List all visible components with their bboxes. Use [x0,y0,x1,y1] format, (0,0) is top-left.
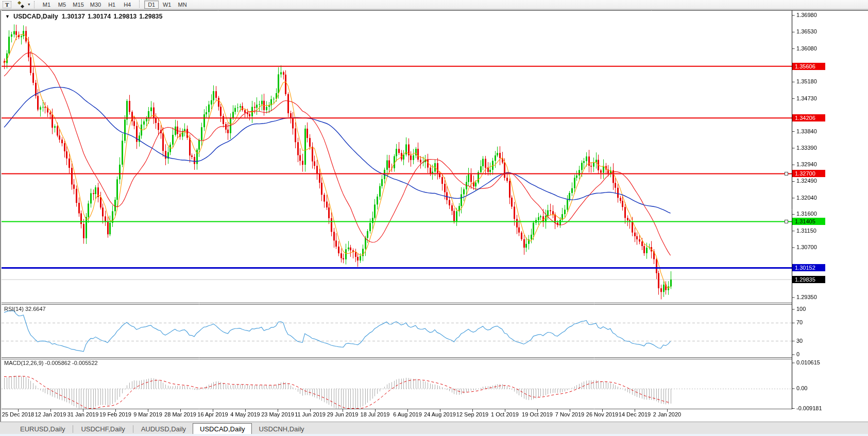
date-axis-label: 2 Jan 2020 [653,411,681,417]
status-strip [0,434,868,436]
date-axis-label: 23 May 2019 [261,411,294,417]
price-chart-canvas[interactable] [0,0,868,436]
timeframe-button-m15[interactable]: M15 [70,1,86,9]
price-tick-label: 1.36980 [796,12,817,18]
date-axis-label: 12 Jan 2019 [35,411,66,417]
date-axis-label: 12 Sep 2019 [456,411,488,417]
date-axis-label: 24 Aug 2019 [424,411,456,417]
date-axis-label: 19 Oct 2019 [522,411,553,417]
price-tick-label: 1.34730 [796,95,817,101]
current-price-tag: 1.29835 [792,276,825,283]
timeframe-button-h4[interactable]: H4 [120,1,134,9]
arrange-charts-button[interactable] [16,1,26,8]
rsi-tick-label: 100 [796,306,806,312]
macd-panel-label: MACD(12,26,9) -0.005862 -0.005522 [4,360,98,366]
date-axis-label: 26 Nov 2019 [586,411,618,417]
macd-tick-label: 0.00 [796,385,807,391]
rsi-tick-label: 0 [796,351,799,357]
date-axis-label: 16 Apr 2019 [197,411,228,417]
hline-price-tag: 1.34206 [792,114,825,121]
price-tick-label: 1.29350 [796,294,817,300]
date-axis-label: 29 Jun 2019 [327,411,359,417]
macd-tick-label: -0.009181 [796,405,822,411]
text-tool-button[interactable]: T [3,1,11,8]
timeframe-button-m1[interactable]: M1 [39,1,54,9]
timeframe-button-h1[interactable]: H1 [105,1,119,9]
timeframe-button-group: M1M5M15M30H1H4D1W1MN [39,1,190,9]
price-tick-label: 1.31150 [796,228,816,234]
toolbar: T ▾ M1M5M15M30H1H4D1W1MN [0,0,868,9]
date-axis-label: 7 Nov 2019 [555,411,584,417]
price-tick-label: 1.35180 [796,78,817,84]
hline-price-tag: 1.30152 [792,264,825,271]
toolbar-separator [34,1,35,8]
date-axis-label: 6 Aug 2019 [393,411,422,417]
date-axis-label: 28 Mar 2019 [164,411,196,417]
date-axis-label: 4 May 2019 [230,411,260,417]
low-value: 1.29813 [113,13,137,20]
price-tick-label: 1.32040 [796,195,817,201]
rsi-tick-label: 30 [796,338,803,344]
timeframe-button-mn[interactable]: MN [175,1,190,9]
price-tick-label: 1.33390 [796,145,817,151]
symbol-tab-usdchf[interactable]: USDCHF,Daily [74,424,131,434]
date-axis-label: 14 Dec 2019 [619,411,651,417]
hline-price-tag: 1.35606 [792,63,825,70]
date-axis-label: 25 Dec 2018 [2,411,34,417]
letter-t-icon: T [5,2,9,8]
price-tick-label: 1.30700 [796,244,817,250]
symbol-tab-usdcad[interactable]: USDCAD,Daily [193,423,252,435]
dropdown-caret-icon[interactable]: ▾ [28,2,30,7]
arrow-diamond-icon [18,1,21,4]
high-value: 1.30174 [88,13,111,20]
price-tick-label: 1.33840 [796,128,817,134]
price-tick-label: 1.31600 [796,211,817,217]
date-axis-label: 31 Jan 2019 [67,411,99,417]
timeframe-button-d1[interactable]: D1 [144,1,159,9]
chart-title: ▼ USDCAD,Daily 1.30137 1.30174 1.29813 1… [5,13,163,20]
timeframe-button-m30[interactable]: M30 [88,1,104,9]
symbol-tab-eurusd[interactable]: EURUSD,Daily [13,424,72,434]
date-axis-label: 9 Mar 2019 [133,411,162,417]
symbol-dropdown-icon[interactable]: ▼ [5,14,10,19]
hline-price-tag: 1.32700 [792,170,825,177]
date-axis-label: 18 Jul 2019 [361,411,390,417]
trading-terminal-window: T ▾ M1M5M15M30H1H4D1W1MN ▼ USDCAD,Daily … [0,0,868,436]
rsi-tick-label: 70 [796,319,803,325]
arrow-diamond-icon [21,4,24,8]
price-tick-label: 1.32490 [796,178,817,184]
timeframe-button-m5[interactable]: M5 [55,1,69,9]
symbol-tab-usdcnh[interactable]: USDCNH,Daily [252,424,311,434]
price-tick-label: 1.36530 [796,28,817,34]
price-tick-label: 1.32940 [796,161,817,167]
chart-symbol-label: USDCAD,Daily [13,13,58,20]
tab-divider [73,425,73,433]
macd-tick-label: 0.010615 [796,359,820,365]
date-axis-label: 11 Jun 2019 [295,411,326,417]
date-axis-label: 1 Oct 2019 [491,411,519,417]
toolbar-separator [139,1,140,8]
tab-divider [133,425,133,433]
date-axis-label: 19 Feb 2019 [99,411,131,417]
hline-price-tag: 1.31405 [792,218,825,225]
open-value: 1.30137 [62,13,85,20]
price-tick-label: 1.36080 [796,45,817,51]
symbol-tab-audusd[interactable]: AUDUSD,Daily [134,424,193,434]
timeframe-button-w1[interactable]: W1 [160,1,174,9]
ohlc-readout: 1.30137 1.30174 1.29813 1.29835 [62,13,163,20]
close-value: 1.29835 [139,13,162,20]
rsi-panel-label: RSI(14) 32.6647 [4,306,46,312]
